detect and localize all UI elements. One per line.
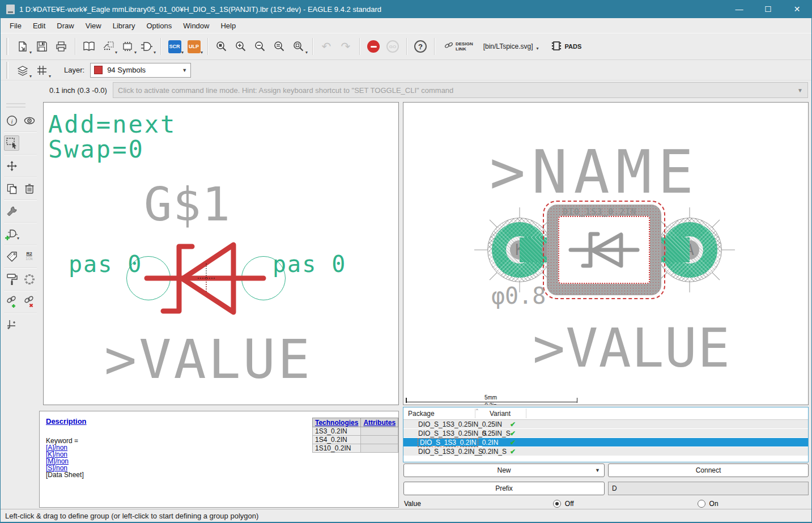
layer-selected-value: 94 Symbols xyxy=(107,66,146,74)
value-off-label[interactable]: Off xyxy=(565,500,574,508)
layers-icon xyxy=(16,65,29,76)
save-button[interactable] xyxy=(33,37,51,56)
name-tool[interactable] xyxy=(4,249,19,264)
technologies-column-link: Technologies xyxy=(315,419,358,427)
device-editor-button[interactable]: ▾ xyxy=(99,37,117,56)
group-select-icon xyxy=(6,137,18,150)
move-tool[interactable] xyxy=(4,158,19,173)
delete-tool[interactable] xyxy=(22,181,37,196)
pinswap-icon xyxy=(23,273,36,286)
stop-button[interactable] xyxy=(364,37,382,56)
layer-settings-button[interactable]: ▾ xyxy=(14,61,32,79)
tag-icon xyxy=(6,250,18,263)
connect-button[interactable]: Connect xyxy=(608,464,809,477)
toolbar-separator xyxy=(359,38,360,55)
technology-row[interactable]: 1S4_0.2IN xyxy=(313,436,398,444)
menu-file[interactable]: File xyxy=(4,20,27,32)
print-button[interactable] xyxy=(52,37,70,56)
value-tool[interactable]: R210k xyxy=(22,249,37,264)
change-tool[interactable] xyxy=(4,203,19,219)
maximize-button[interactable]: ☐ xyxy=(754,0,783,18)
undo-button[interactable]: ↶ xyxy=(317,37,335,56)
layer-label: Layer: xyxy=(64,66,84,74)
pads-button[interactable]: PADS xyxy=(551,40,582,53)
pane-splitter[interactable] xyxy=(399,100,403,509)
technology-row[interactable]: 1S10_0.2IN xyxy=(313,444,398,453)
help-button[interactable]: ? xyxy=(411,37,430,56)
toolbar-separator xyxy=(434,38,435,55)
zoom-select-button[interactable]: ▾ xyxy=(290,37,308,56)
prefix-value-field: D xyxy=(608,482,809,495)
layer-toolbar: ▾ ▾ Layer: 94 Symbols ▼ xyxy=(1,60,811,80)
save-icon xyxy=(36,41,48,52)
grid-button[interactable]: ▾ xyxy=(33,61,51,79)
link-add-tool[interactable] xyxy=(4,294,19,309)
check-icon: ✔ xyxy=(510,420,516,428)
value-on-radio[interactable] xyxy=(698,500,705,508)
prefix-button[interactable]: Prefix xyxy=(403,482,605,495)
open-library-button[interactable]: ▾ xyxy=(14,37,32,56)
link-remove-tool[interactable] xyxy=(22,294,37,309)
column-package[interactable]: Package xyxy=(403,410,470,418)
printer-icon xyxy=(56,41,67,52)
package-row[interactable]: DIO_S_1S3_0.2IN_S _0.2IN_S ✔ xyxy=(403,447,808,456)
zoom-fit-button[interactable] xyxy=(212,37,231,56)
add-gate-icon xyxy=(5,228,19,240)
menu-draw[interactable]: Draw xyxy=(51,20,79,32)
command-line-placeholder: Click to activate command line mode. Hin… xyxy=(118,86,453,95)
menu-help[interactable]: Help xyxy=(215,20,241,32)
technology-row[interactable]: 1S3_0.2IN xyxy=(313,427,398,436)
package-canvas[interactable]: >NAME K A DIO_1S3_0.2IN xyxy=(403,102,809,405)
package-editor-button[interactable]: ▾ xyxy=(118,37,137,56)
script-button[interactable]: SCR ▾ xyxy=(165,37,184,56)
minimize-button[interactable]: — xyxy=(725,0,754,18)
command-row: 0.1 inch (0.3 -0.0) Click to activate co… xyxy=(1,80,811,100)
design-link-button[interactable]: DESIGNLINK xyxy=(444,41,473,52)
symbol-editor-button[interactable]: ▾ xyxy=(138,37,156,56)
menu-options[interactable]: Options xyxy=(141,20,177,32)
mark-tool[interactable] xyxy=(4,317,19,332)
scr-icon: SCR xyxy=(168,40,181,53)
add-part-tool[interactable]: ▾ xyxy=(4,226,19,241)
palette-handle[interactable] xyxy=(6,103,25,108)
menu-view[interactable]: View xyxy=(80,20,107,32)
zoom-out-button[interactable] xyxy=(251,37,269,56)
toolbar-separator xyxy=(312,38,313,55)
zoom-redraw-button[interactable] xyxy=(270,37,288,56)
show-tool[interactable] xyxy=(22,113,37,128)
toolbar-handle[interactable] xyxy=(6,62,8,79)
go-button[interactable]: GO xyxy=(384,37,402,56)
zoom-in-button[interactable] xyxy=(232,37,250,56)
copy-tool[interactable] xyxy=(4,181,19,196)
toolbar-handle[interactable] xyxy=(6,38,8,55)
package-row[interactable]: DIO_S_1S3_0.25IN_S _0.25IN_S ✔ xyxy=(403,429,808,438)
package-table-header[interactable]: Package ^ Variant xyxy=(403,407,808,420)
load-library-button[interactable] xyxy=(80,37,98,56)
value-off-radio[interactable] xyxy=(553,500,561,508)
drill-diameter-text: φ0.8 xyxy=(491,283,546,309)
menu-edit[interactable]: Edit xyxy=(27,20,51,32)
layer-dropdown[interactable]: 94 Symbols ▼ xyxy=(90,63,191,78)
menu-window[interactable]: Window xyxy=(177,20,215,32)
pinswap-tool[interactable] xyxy=(22,271,37,287)
paint-tool[interactable] xyxy=(4,271,19,287)
group-select-tool[interactable] xyxy=(4,135,19,151)
gate-name-text: G$1 xyxy=(144,177,231,231)
menu-library[interactable]: Library xyxy=(107,20,141,32)
package-row[interactable]: DIO_S_1S3_0.25IN _0.25IN ✔ xyxy=(403,420,808,429)
close-button[interactable]: ✕ xyxy=(783,0,811,18)
info-tool[interactable]: i xyxy=(4,113,19,128)
new-package-button[interactable]: New▼ xyxy=(403,464,605,477)
ltspice-export-button[interactable]: [bin/LTspice.svg]▾ xyxy=(483,42,539,50)
command-line-input[interactable]: Click to activate command line mode. Hin… xyxy=(113,82,808,98)
eye-icon xyxy=(23,115,36,126)
redo-button[interactable]: ↷ xyxy=(337,37,355,56)
ulp-button[interactable]: ULP ▾ xyxy=(185,37,203,56)
value-on-label[interactable]: On xyxy=(709,500,719,508)
main-toolbar: ▾ ▾ ▾ xyxy=(1,33,811,60)
toolbar-separator xyxy=(75,38,75,55)
symbol-canvas[interactable]: Add=next Swap=0 G$1 pas 0 pas 0 >VALUE xyxy=(43,102,399,405)
package-row-selected[interactable]: DIO_S_1S3_0.2IN _0.2IN ✔ xyxy=(403,438,808,447)
check-icon: ✔ xyxy=(510,448,516,456)
description-link[interactable]: Description xyxy=(46,417,87,426)
